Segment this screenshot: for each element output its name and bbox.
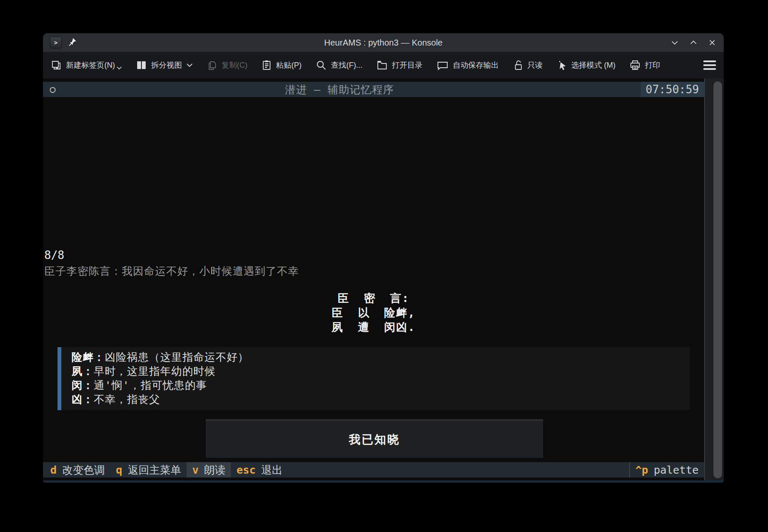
shortcut-change-theme[interactable]: d 改变色调 — [45, 462, 110, 477]
select-mode-label: 选择模式 (M) — [571, 60, 616, 70]
annotation-term: 闵： — [72, 379, 94, 391]
shortcut-label: palette — [654, 464, 699, 476]
acknowledge-button[interactable]: 我已知晓 — [206, 419, 543, 458]
progress-counter: 8/8 — [44, 249, 64, 262]
window-title: HeurAMS : python3 — Konsole — [43, 38, 724, 48]
poem-block: 臣 密 言: 臣 以 险衅, 夙 遭 闵凶. — [43, 291, 704, 334]
shortcut-key: q — [116, 464, 122, 476]
titlebar[interactable]: > HeurAMS : python3 — Konsole — [43, 33, 724, 52]
shortcut-key: esc — [236, 464, 256, 476]
split-view-icon — [136, 60, 147, 71]
terminal-view[interactable]: ○ 潜进 – 辅助记忆程序 07:50:59 8/8 臣子李密陈言：我因命运不好… — [43, 78, 724, 483]
shortcut-label: 退出 — [261, 463, 282, 477]
scrollbar-track[interactable] — [704, 78, 724, 483]
copy-button[interactable]: 复制(C) — [207, 60, 247, 71]
konsole-window: > HeurAMS : python3 — Konsole — [43, 33, 724, 483]
annotation-def: 不幸，指丧父 — [94, 393, 160, 405]
new-tab-label: 新建标签页(N) — [66, 60, 115, 70]
shortcut-read-aloud[interactable]: v 朗读 — [187, 462, 231, 477]
shortcut-key: v — [192, 464, 198, 476]
annotation-panel: 险衅：凶险祸患（这里指命运不好） 夙：早时，这里指年幼的时候 闵：通'悯'，指可… — [58, 347, 690, 410]
shortcut-label: 改变色调 — [62, 463, 105, 477]
annotation-term: 险衅： — [72, 351, 105, 363]
app-title: 潜进 – 辅助记忆程序 — [43, 83, 636, 97]
shortcut-bar: d 改变色调 q 返回主菜单 v 朗读 esc 退出 ^p palette — [43, 462, 704, 477]
folder-open-icon — [377, 60, 388, 71]
app-header-bar: ○ 潜进 – 辅助记忆程序 07:50:59 — [43, 82, 704, 97]
shortcut-label: 朗读 — [204, 463, 225, 477]
paste-icon — [262, 60, 272, 71]
search-icon — [316, 60, 327, 71]
annotation-line: 险衅：凶险祸患（这里指命运不好） — [72, 350, 686, 364]
autosave-output-label: 自动保存输出 — [453, 60, 499, 70]
new-tab-chevron-icon — [117, 66, 122, 70]
annotation-term: 凶： — [72, 393, 94, 405]
print-button[interactable]: 打印 — [630, 60, 660, 71]
split-view-button[interactable]: 拆分视图 — [136, 60, 193, 71]
open-directory-label: 打开目录 — [392, 60, 423, 70]
annotation-def: 早时，这里指年幼的时候 — [94, 365, 216, 377]
paste-button[interactable]: 粘贴(P) — [262, 60, 302, 71]
new-tab-button[interactable]: 新建标签页(N) — [51, 60, 122, 71]
poem-line: 夙 遭 闵凶. — [43, 320, 704, 334]
open-directory-button[interactable]: 打开目录 — [377, 60, 423, 71]
output-bubble-icon — [437, 60, 449, 71]
poem-line: 臣 以 险衅, — [43, 305, 704, 320]
readonly-button[interactable]: 只读 — [513, 60, 543, 71]
shortcut-main-menu[interactable]: q 返回主菜单 — [110, 462, 187, 477]
maximize-button[interactable] — [689, 38, 698, 47]
lock-open-icon — [513, 60, 523, 71]
paste-label: 粘贴(P) — [276, 60, 302, 70]
konsole-app-icon: > — [50, 37, 62, 49]
annotation-line: 闵：通'悯'，指可忧患的事 — [72, 378, 686, 392]
select-mode-button[interactable]: 选择模式 (M) — [557, 60, 616, 71]
annotation-def: 凶险祸患（这里指命运不好） — [105, 351, 249, 363]
find-label: 查找(F)... — [331, 60, 362, 70]
split-view-label: 拆分视图 — [151, 60, 182, 70]
split-view-chevron-icon — [186, 63, 193, 67]
annotation-def: 通'悯'，指可忧患的事 — [94, 379, 207, 391]
copy-label: 复制(C) — [221, 60, 247, 70]
shortcut-key: ^p — [636, 464, 648, 476]
shortcut-label: 返回主菜单 — [128, 463, 181, 477]
annotation-line: 凶：不幸，指丧父 — [72, 392, 686, 406]
new-tab-icon — [51, 60, 62, 71]
shortcut-palette[interactable]: ^p palette — [629, 462, 704, 477]
hamburger-menu-icon[interactable] — [703, 60, 716, 70]
translation-hint: 臣子李密陈言：我因命运不好，小时候遭遇到了不幸 — [44, 264, 299, 278]
printer-icon — [630, 60, 641, 71]
shortcut-quit[interactable]: esc 退出 — [231, 462, 288, 477]
toolbar: 新建标签页(N) 拆分视图 — [43, 52, 724, 78]
cursor-pointer-icon — [557, 60, 567, 71]
autosave-output-button[interactable]: 自动保存输出 — [437, 60, 499, 71]
shortcut-key: d — [50, 464, 57, 476]
scrollbar-thumb[interactable] — [713, 81, 722, 478]
pin-icon[interactable] — [68, 37, 77, 48]
window-bottom-edge — [43, 480, 724, 483]
print-label: 打印 — [645, 60, 660, 70]
find-button[interactable]: 查找(F)... — [316, 60, 362, 71]
clock: 07:50:59 — [641, 82, 704, 97]
close-button[interactable] — [708, 38, 717, 47]
annotation-line: 夙：早时，这里指年幼的时候 — [72, 364, 686, 378]
poem-line: 臣 密 言: — [43, 291, 704, 305]
copy-icon — [207, 60, 217, 71]
annotation-term: 夙： — [72, 365, 94, 377]
minimize-button[interactable] — [670, 38, 679, 47]
readonly-label: 只读 — [527, 60, 543, 70]
